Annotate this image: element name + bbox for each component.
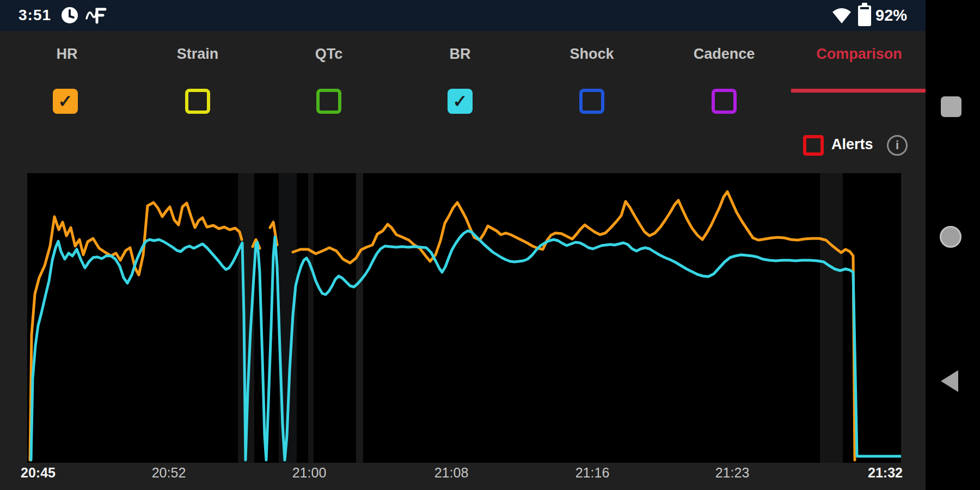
android-nav-bar [926,0,980,490]
checkmark-icon: ✓ [56,92,75,111]
series-line-hr [293,192,855,460]
checkmark-icon: ✓ [451,92,469,111]
alarm-status-icon [60,5,79,27]
active-tab-underline [791,89,926,93]
battery-percent: 92% [875,7,907,24]
wifi-icon [831,7,853,27]
clock-time: 3:51 [19,7,51,24]
metric-checkbox-hr[interactable]: ✓ [53,89,78,114]
metric-checkbox-br[interactable]: ✓ [448,89,473,114]
alerts-label: Alerts [831,136,873,153]
x-axis-tick: 21:16 [575,465,610,481]
chart-background-band [820,173,843,463]
x-axis-tick: 21:23 [715,465,750,481]
comparison-chart[interactable] [27,173,901,463]
comparison-chart-svg [27,173,901,463]
tab-shock[interactable]: Shock [569,46,614,63]
x-axis-tick: 20:45 [21,465,56,481]
tab-comparison[interactable]: Comparison [816,46,902,63]
metric-checkbox-cadence[interactable]: ✓ [712,89,737,114]
x-axis-tick: 21:32 [868,465,903,481]
home-button-icon[interactable] [940,226,961,248]
tab-cadence[interactable]: Cadence [694,46,755,63]
x-axis-tick: 21:08 [434,465,469,481]
info-icon[interactable]: i [887,135,908,156]
x-axis-tick: 20:52 [152,465,186,481]
tab-hr[interactable]: HR [57,46,78,63]
metric-checkbox-strain[interactable]: ✓ [185,89,210,114]
app-content: HR Strain QTc BR Shock Cadence Compariso… [0,31,926,490]
tab-qtc[interactable]: QTc [315,46,343,63]
battery-icon [858,5,871,26]
series-line-br [31,231,901,460]
tab-strain[interactable]: Strain [177,46,219,63]
series-line-hr [30,203,242,460]
android-screen: 3:51 92% HR Strain QTc BR Shock Cadence … [0,0,980,490]
metric-checkbox-qtc[interactable]: ✓ [316,89,341,114]
chart-background-band [308,173,314,463]
x-axis: 20:4520:5221:0021:0821:1621:2321:32 [0,465,926,490]
back-button-icon[interactable] [941,370,958,392]
metric-checkbox-shock[interactable]: ✓ [579,89,604,114]
app-notification-icon-frontier-f [85,5,109,27]
status-bar: 3:51 92% [0,0,926,31]
chart-background-band [356,173,363,463]
x-axis-tick: 21:00 [292,465,327,481]
alerts-checkbox[interactable] [803,135,824,156]
recents-button-icon[interactable] [941,96,961,117]
tab-br[interactable]: BR [450,46,471,63]
